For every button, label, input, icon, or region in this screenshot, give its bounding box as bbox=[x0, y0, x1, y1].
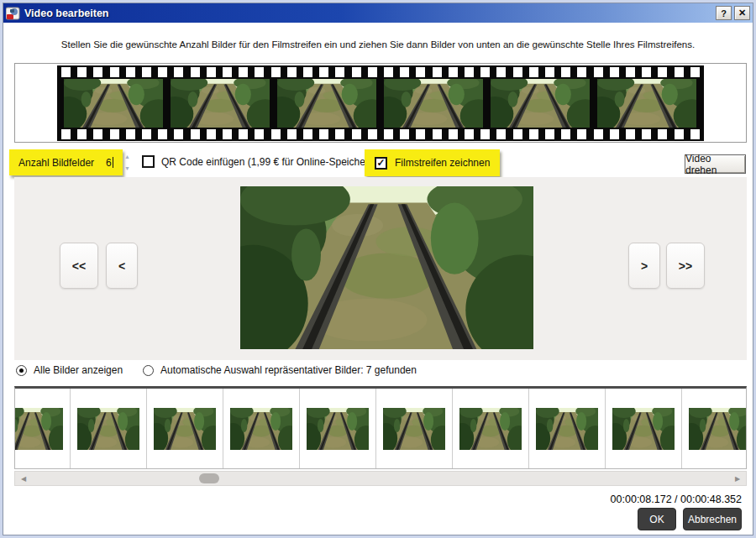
filmstrip-draw-label: Filmstreifen zeichnen bbox=[395, 157, 490, 169]
thumbnail-item[interactable] bbox=[606, 389, 682, 468]
all-images-label: Alle Bilder anzeigen bbox=[34, 364, 123, 376]
thumbnail-image bbox=[612, 408, 675, 450]
thumbnail-item[interactable] bbox=[223, 389, 300, 468]
thumbnail-row bbox=[14, 389, 746, 468]
thumbnail-image bbox=[689, 408, 747, 450]
frame-count-label: Anzahl Bildfelder bbox=[18, 157, 94, 169]
filmstrip-sprocket-holes-bottom bbox=[61, 129, 700, 139]
cancel-button[interactable]: Abbrechen bbox=[683, 508, 742, 530]
filmstrip-frame[interactable] bbox=[597, 79, 696, 128]
filmstrip-draw-highlight: ✓ Filmstreifen zeichnen bbox=[365, 149, 500, 176]
close-button[interactable]: ✕ bbox=[734, 6, 750, 20]
app-icon bbox=[6, 7, 20, 20]
qr-code-option: QR Code einfügen (1,99 € für Online-Spei… bbox=[142, 155, 389, 168]
thumbnail-item[interactable] bbox=[376, 389, 453, 468]
instruction-text: Stellen Sie die gewünschte Anzahl Bilder… bbox=[3, 39, 753, 50]
image-filter-options: Alle Bilder anzeigen Automatische Auswah… bbox=[16, 364, 417, 376]
filmstrip-draw-checkbox[interactable]: ✓ bbox=[375, 157, 387, 170]
ok-button[interactable]: OK bbox=[638, 508, 676, 530]
thumbnail-scrollbar[interactable]: ◀ ▶ bbox=[14, 471, 747, 486]
thumbnail-image bbox=[14, 408, 63, 450]
filmstrip-frame[interactable] bbox=[491, 79, 590, 128]
window-title: Video bearbeiten bbox=[24, 8, 713, 19]
thumbnail-image bbox=[459, 408, 522, 450]
time-position: 00:00:08.172 / 00:00:48.352 bbox=[611, 494, 742, 505]
thumbnail-image bbox=[307, 408, 369, 450]
last-frame-button[interactable]: >> bbox=[666, 243, 705, 289]
filmstrip-sprocket-holes-top bbox=[61, 67, 700, 77]
qr-code-label: QR Code einfügen (1,99 € für Online-Spei… bbox=[161, 156, 389, 168]
preview-image bbox=[240, 186, 533, 349]
video-edit-dialog: Video bearbeiten ? ✕ Stellen Sie die gew… bbox=[0, 0, 756, 538]
next-frame-button[interactable]: > bbox=[628, 243, 660, 289]
filmstrip-frames bbox=[64, 79, 704, 128]
thumbnail-item[interactable] bbox=[71, 389, 147, 468]
thumbnail-image bbox=[383, 408, 445, 450]
thumbnail-item[interactable] bbox=[682, 389, 747, 468]
previous-frame-button[interactable]: < bbox=[106, 243, 138, 289]
help-button[interactable]: ? bbox=[716, 6, 732, 20]
filmstrip-frame[interactable] bbox=[64, 79, 163, 128]
first-frame-button[interactable]: << bbox=[60, 243, 98, 289]
thumbnail-image bbox=[154, 408, 216, 450]
auto-select-radio[interactable] bbox=[143, 365, 154, 376]
title-bar: Video bearbeiten ? ✕ bbox=[3, 3, 753, 23]
thumbnail-image bbox=[536, 408, 598, 450]
filmstrip[interactable] bbox=[57, 65, 704, 141]
spinner-down-icon[interactable]: ▼ bbox=[122, 165, 133, 173]
all-images-radio[interactable] bbox=[16, 365, 27, 376]
qr-code-checkbox[interactable] bbox=[142, 155, 155, 168]
filmstrip-container bbox=[14, 63, 747, 143]
thumbnail-image bbox=[230, 408, 292, 450]
thumbnail-item[interactable] bbox=[529, 389, 606, 468]
thumbnail-item[interactable] bbox=[14, 389, 71, 468]
filmstrip-frame[interactable] bbox=[384, 79, 483, 128]
scroll-right-icon[interactable]: ▶ bbox=[731, 472, 744, 485]
auto-select-label: Automatische Auswahl repräsentativer Bil… bbox=[160, 364, 417, 376]
auto-select-option[interactable]: Automatische Auswahl repräsentativer Bil… bbox=[143, 364, 417, 376]
text-cursor bbox=[113, 157, 113, 168]
thumbnail-item[interactable] bbox=[300, 389, 376, 468]
spinner-up-icon[interactable]: ▲ bbox=[122, 153, 133, 161]
filmstrip-frame[interactable] bbox=[277, 79, 376, 128]
thumbnail-image bbox=[77, 408, 139, 450]
preview-area: << < > >> bbox=[14, 177, 747, 360]
thumbnail-item[interactable] bbox=[147, 389, 223, 468]
rotate-video-button[interactable]: Video drehen bbox=[685, 154, 746, 174]
thumbnail-item[interactable] bbox=[453, 389, 529, 468]
frame-count-spinner: ▲ ▼ bbox=[122, 153, 133, 173]
filmstrip-frame[interactable] bbox=[171, 79, 270, 128]
thumbnail-strip bbox=[14, 386, 747, 469]
all-images-option[interactable]: Alle Bilder anzeigen bbox=[16, 364, 123, 376]
frame-count-input[interactable]: 6 bbox=[106, 157, 112, 169]
frame-count-highlight: Anzahl Bildfelder 6 bbox=[9, 149, 123, 175]
scrollbar-thumb[interactable] bbox=[199, 473, 219, 483]
scroll-left-icon[interactable]: ◀ bbox=[17, 472, 30, 485]
